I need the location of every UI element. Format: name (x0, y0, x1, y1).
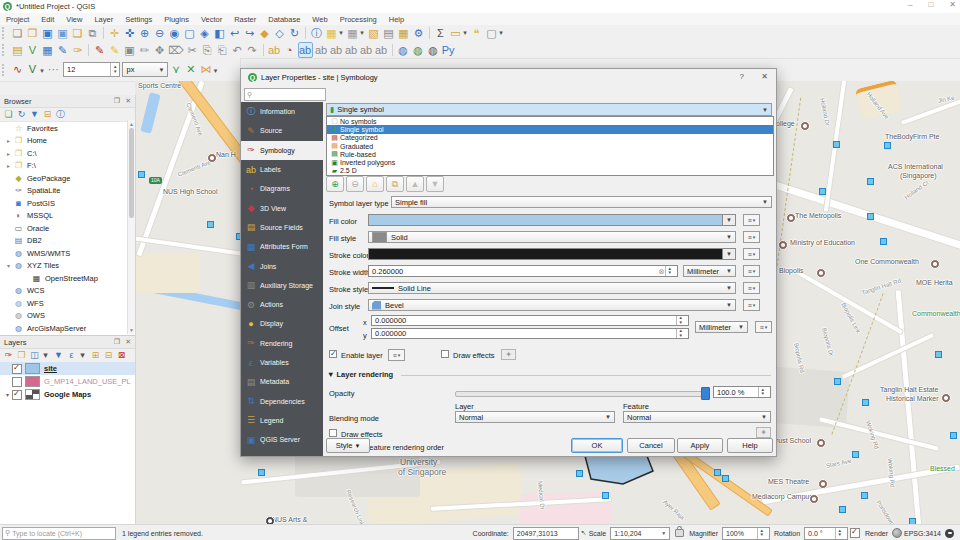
feature-blending-combo[interactable]: Normal ▼ (623, 411, 771, 423)
spin-buttons[interactable]: ▲▼ (758, 387, 767, 397)
data-defined-override-button[interactable]: ≡▾ (388, 349, 405, 361)
properties-tab-source-fields[interactable]: ▤Source Fields (241, 218, 323, 237)
save-as-icon[interactable]: ▣ (56, 26, 69, 40)
spin-buttons[interactable]: ▲▼ (676, 316, 685, 325)
digitize-with-curve-icon[interactable]: ∿ (11, 62, 24, 76)
open-styling-panel-icon[interactable]: ✑ (3, 350, 14, 361)
enable-layer-checkbox[interactable] (329, 350, 337, 358)
opacity-slider[interactable] (455, 391, 709, 397)
expander-icon[interactable]: ▸ (4, 150, 13, 157)
filter-browser-icon[interactable]: ▼ (29, 109, 40, 120)
copy-features-icon[interactable]: ⎘ (201, 43, 214, 57)
browser-item-favorites[interactable]: ☆Favorites (0, 122, 135, 135)
measure-dropdown-arrow[interactable]: ▾ (462, 26, 468, 40)
data-defined-override-button[interactable]: ≡▾ (755, 321, 772, 333)
toolbar-handle[interactable] (2, 64, 8, 76)
current-edits-icon[interactable]: ✎ (93, 43, 106, 57)
python-console-icon[interactable]: Py (442, 43, 455, 57)
browser-item-ows[interactable]: ◍OWS (0, 310, 135, 323)
data-defined-override-button[interactable]: ≡▾ (743, 282, 760, 294)
stroke-width-unit-combo[interactable]: Millimeter ▼ (683, 265, 736, 277)
lock-symbol-color-icon[interactable]: ⌂ (366, 176, 384, 192)
browser-item-geopackage[interactable]: ◆GeoPackage (0, 172, 135, 185)
browser-item-xyz-tiles[interactable]: ▾◍XYZ Tiles (0, 260, 135, 273)
new-shapefile-layer-icon[interactable]: ✑ (71, 43, 84, 57)
browser-scrollbar[interactable]: ▲▼ (127, 120, 135, 334)
tracing-dots-icon[interactable]: ⋯ (47, 62, 60, 76)
remove-layer-icon[interactable]: ⊠ (116, 350, 127, 361)
project-new-icon[interactable]: ❏ (11, 26, 24, 40)
cancel-button[interactable]: Cancel (627, 438, 675, 453)
metasearch-icon[interactable]: ◍ (397, 43, 410, 57)
apply-button[interactable]: Apply (677, 438, 723, 453)
expander-icon[interactable]: ▾ (3, 391, 12, 398)
rotation-spinbox[interactable]: 0.0 °▲▼ (804, 527, 848, 540)
zoom-full-icon[interactable]: ▢ (183, 26, 196, 40)
snapping-unit-combo[interactable]: px ▼ (122, 62, 168, 77)
properties-search-input[interactable]: ⚲ (244, 88, 326, 101)
deselect-features-dropdown-arrow[interactable]: ▾ (359, 26, 365, 40)
close-panel-icon[interactable]: ✕ (125, 338, 131, 346)
topology-checker-icon[interactable]: ⋈ (199, 62, 212, 76)
close-button[interactable]: ✕ (949, 0, 956, 9)
layer-diagram-icon[interactable]: ◔ (283, 43, 296, 57)
expander-icon[interactable]: ▸ (4, 137, 13, 144)
menu-processing[interactable]: Processing (334, 15, 383, 24)
properties-tab-metadata[interactable]: ▤Metadata (241, 372, 323, 391)
draw-effects-checkbox[interactable] (441, 350, 449, 358)
renderer-option-2-5-d[interactable]: ▰2.5 D (327, 167, 773, 175)
toolbar-handle[interactable] (2, 44, 8, 56)
dialog-help-icon[interactable]: ? (740, 72, 744, 81)
web-globe-icon[interactable]: ◍ (412, 43, 425, 57)
spin-buttons[interactable]: ▲▼ (110, 63, 119, 76)
select-features-dropdown-arrow[interactable]: ▾ (338, 26, 344, 40)
zoom-out-icon[interactable]: ⊖ (153, 26, 166, 40)
properties-tab-information[interactable]: ⓘInformation (241, 102, 323, 121)
toolbar-handle[interactable] (2, 27, 8, 39)
deselect-features-icon[interactable]: ▦ (346, 26, 359, 40)
add-raster-layer-icon[interactable]: ▦ (41, 43, 54, 57)
properties-tab-auxiliary-storage[interactable]: ▥Auxiliary Storage (241, 276, 323, 295)
data-defined-override-button[interactable]: ≡▾ (743, 265, 760, 277)
toggle-editing-icon[interactable]: ✎ (108, 43, 121, 57)
float-panel-icon[interactable]: ❐ (114, 338, 120, 346)
stroke-style-combo[interactable]: Solid Line ▼ (368, 282, 736, 294)
folder-open-icon[interactable]: ❐ (26, 26, 39, 40)
menu-edit[interactable]: Edit (35, 15, 60, 24)
identify-features-icon[interactable]: ⓘ (310, 26, 323, 40)
snapping-tolerance-spinbox[interactable]: 12 ▲▼ (63, 62, 120, 77)
save-layer-edits-icon[interactable]: ▣ (123, 43, 136, 57)
zoom-native-icon[interactable]: ◉ (168, 26, 181, 40)
zoom-next-icon[interactable]: ↪ (243, 26, 256, 40)
text-annotation-icon[interactable]: ▢ (485, 26, 498, 40)
paste-features-icon[interactable]: ⎗ (216, 43, 229, 57)
snapping-cross-icon[interactable]: ✕ (184, 62, 197, 76)
expander-icon[interactable]: ▸ (4, 162, 13, 169)
data-defined-override-button[interactable]: ≡▾ (743, 214, 760, 226)
minimize-button[interactable]: – (908, 0, 912, 9)
browser-item-openstreetmap[interactable]: ▦OpenStreetMap (0, 272, 135, 285)
zoom-last-icon[interactable]: ↩ (228, 26, 241, 40)
topology-checker-dropdown-arrow[interactable]: ▾ (212, 64, 218, 78)
zoom-to-selection-icon[interactable]: ◈ (198, 26, 211, 40)
collapse-all-layers-icon[interactable]: ⊟ (103, 350, 114, 361)
symbol-layer-type-combo[interactable]: Simple fill ▼ (391, 196, 772, 208)
pan-to-selection-icon[interactable]: ✜ (123, 26, 136, 40)
manage-map-themes-icon[interactable]: ◫ (29, 350, 40, 361)
close-panel-icon[interactable]: ✕ (125, 97, 131, 105)
locator-search-input[interactable]: ⚲ Type to locate (Ctrl+K) (2, 527, 116, 540)
messages-icon[interactable] (945, 529, 954, 538)
select-features-icon[interactable]: ▦ (325, 26, 338, 40)
stream-digitizing-dropdown-arrow[interactable]: ▾ (39, 64, 45, 78)
layer-rendering-expander[interactable]: ▼ Layer rendering (327, 370, 393, 379)
properties-info-icon[interactable]: ⓘ (55, 109, 66, 120)
stream-digitizing-icon[interactable]: V (26, 62, 39, 76)
properties-tab-joins[interactable]: ◀Joins (241, 256, 323, 275)
filter-by-expression-dropdown-arrow[interactable]: ▾ (77, 350, 88, 361)
browser-item-home[interactable]: ▸❐Home (0, 135, 135, 148)
ok-button[interactable]: OK (571, 438, 623, 453)
browser-item-wfs[interactable]: ◍WFS (0, 297, 135, 310)
layer-blending-combo[interactable]: Normal ▼ (455, 411, 615, 423)
properties-tab-qgis-server[interactable]: ▣QGIS Server (241, 430, 323, 449)
browser-item-oracle[interactable]: ▭Oracle (0, 222, 135, 235)
